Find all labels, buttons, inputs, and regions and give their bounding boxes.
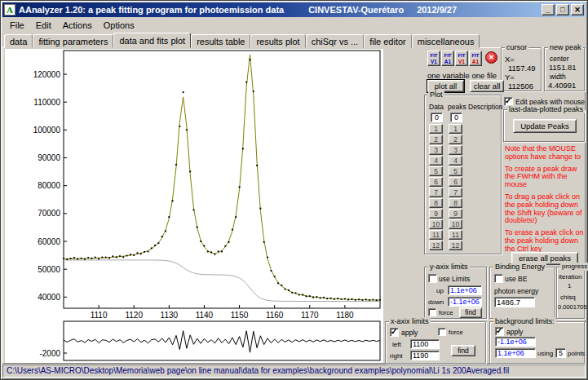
peaks-row-button-11[interactable]: 11 [449, 230, 462, 240]
x-left-field[interactable]: 1100 [410, 339, 440, 349]
data-row-button-1[interactable]: 1 [429, 124, 443, 134]
tab-file-editor[interactable]: file editor [364, 34, 412, 48]
plot-svg[interactable]: 1110112011301140115011601170118040000500… [5, 49, 383, 363]
peaks-row-button-3[interactable]: 3 [449, 145, 462, 155]
new-peak-center-value: 1151.81 [549, 63, 577, 72]
use-be-checkbox[interactable] [494, 274, 503, 283]
peaks-row-button-10[interactable]: 10 [449, 219, 462, 229]
data-point [126, 254, 128, 256]
data-row-button-9[interactable]: 9 [429, 209, 443, 219]
peaks-row-button-4[interactable]: 4 [449, 156, 462, 166]
peaks-count-field[interactable]: 0 [450, 113, 462, 122]
peaks-row-button-12[interactable]: 12 [449, 241, 462, 250]
tab-chisqr-vs[interactable]: chiSqr vs ... [306, 34, 364, 48]
bg-apply-checkbox[interactable] [495, 327, 504, 336]
window-title-date: 2012/9/27 [417, 5, 457, 15]
menu-bar: FileEditActionsOptions [2, 18, 586, 32]
x-find-button[interactable]: find [451, 345, 475, 356]
stop-button[interactable]: ✕ [485, 51, 497, 64]
data-point [112, 255, 113, 257]
x-right-field[interactable]: 1190 [410, 351, 440, 360]
bg-high-field[interactable]: 1.1e+06 [495, 348, 536, 358]
y-tick-label: 70000 [38, 209, 60, 218]
data-point [358, 298, 360, 300]
data-point [323, 297, 325, 298]
data-point [183, 91, 184, 93]
tab-results-table[interactable]: results table [191, 34, 250, 48]
data-point [281, 285, 282, 286]
y-force-checkbox[interactable] [428, 308, 436, 316]
x-tick-label: 1170 [301, 311, 319, 320]
mouse-notes: Note that the MOUSE options have change … [505, 145, 584, 258]
data-row-button-6[interactable]: 6 [429, 177, 443, 187]
fit-button-2[interactable]: FITA1 [441, 51, 454, 66]
maximize-button[interactable]: □ [556, 4, 569, 15]
peaks-row-button-7[interactable]: 7 [449, 188, 462, 197]
data-point [277, 282, 279, 284]
menu-item-actions[interactable]: Actions [57, 20, 98, 31]
photon-energy-label: photon energy [494, 287, 538, 295]
tab-fitting-parameters[interactable]: fitting parameters [33, 34, 113, 48]
main-plot-frame[interactable] [64, 51, 380, 308]
menu-item-file[interactable]: File [4, 20, 30, 31]
fit-button-4[interactable]: FITA1 [469, 51, 482, 66]
peaks-row-button-8[interactable]: 8 [449, 198, 462, 208]
peaks-row-button-1[interactable]: 1 [449, 124, 462, 134]
y-up-field[interactable]: 1.1e+06 [448, 285, 482, 295]
photon-energy-field[interactable]: 1486.7 [494, 297, 535, 307]
tab-miscellaneous[interactable]: miscellaneous [412, 34, 480, 48]
x-tick-label: 1130 [161, 311, 179, 320]
clear-all-button[interactable]: clear all [470, 80, 504, 92]
y-tick-label: 80000 [38, 181, 60, 190]
minimize-button[interactable]: _ [542, 4, 555, 15]
update-peaks-button[interactable]: Update Peaks [513, 119, 577, 133]
peaks-row-button-5[interactable]: 5 [449, 166, 462, 176]
data-point [136, 252, 138, 254]
peaks-row-button-6[interactable]: 6 [449, 177, 462, 187]
fit-toolbar: ✕ FITV1FITA1FITV1FITA1 [427, 51, 497, 66]
bg-low-field[interactable]: -1.1e+06 [495, 337, 536, 347]
data-row-button-7[interactable]: 7 [429, 188, 443, 197]
data-row-button-3[interactable]: 3 [429, 145, 443, 155]
data-point [320, 297, 321, 298]
data-point [379, 299, 381, 301]
fit-button-3[interactable]: FITV1 [455, 51, 468, 66]
plot-group-caption: Plot [428, 91, 444, 99]
use-limits-checkbox[interactable] [428, 274, 437, 283]
data-row-button-5[interactable]: 5 [429, 166, 443, 176]
bg-points-label: points [568, 350, 585, 357]
y-tick-label: 110000 [33, 98, 60, 107]
data-row-button-12[interactable]: 12 [429, 241, 443, 250]
x-axis-limits-caption: x-axix limits [389, 317, 431, 325]
x-force-checkbox[interactable] [438, 328, 446, 336]
cursor-x-value: 1157.49 [508, 64, 536, 73]
tab-results-plot[interactable]: results plot [250, 34, 305, 48]
mouse-note-1: Note that the MOUSE options have change … [505, 145, 584, 161]
peaks-row-button-2[interactable]: 2 [449, 135, 462, 144]
data-point [130, 254, 131, 255]
use-limits-label: use Limits [439, 275, 470, 283]
data-count-field[interactable]: 0 [431, 113, 443, 122]
last-data-plotted-caption: last-data-plotted peaks [507, 105, 585, 113]
menu-item-options[interactable]: Options [98, 20, 140, 31]
title-bar[interactable]: A AAnalyzer 1.20: a peak fitting program… [2, 2, 586, 17]
tab-data-and-fits-plot[interactable]: data and fits plot [113, 33, 191, 48]
x-apply-checkbox[interactable] [390, 328, 399, 337]
data-point [294, 292, 296, 294]
y-find-button[interactable]: find [459, 307, 482, 318]
data-row-button-8[interactable]: 8 [429, 198, 443, 208]
peaks-row-button-9[interactable]: 9 [449, 209, 462, 219]
data-row-button-11[interactable]: 11 [429, 230, 443, 240]
tab-data[interactable]: data [4, 34, 33, 48]
data-row-button-10[interactable]: 10 [429, 219, 443, 229]
data-row-button-4[interactable]: 4 [429, 156, 443, 166]
data-row-button-2[interactable]: 2 [429, 135, 443, 144]
y-force-label: force [439, 309, 453, 316]
menu-item-edit[interactable]: Edit [30, 20, 57, 31]
background-limits-group: background limits: apply -1.1e+06 1.1e+0… [489, 321, 585, 364]
y-down-field[interactable]: -1.1e+06 [448, 297, 482, 307]
bg-points-field[interactable]: 5 [555, 348, 566, 358]
y-up-label: up [436, 287, 444, 294]
fit-button-1[interactable]: FITV1 [427, 51, 440, 66]
close-button[interactable]: ✕ [571, 4, 584, 15]
